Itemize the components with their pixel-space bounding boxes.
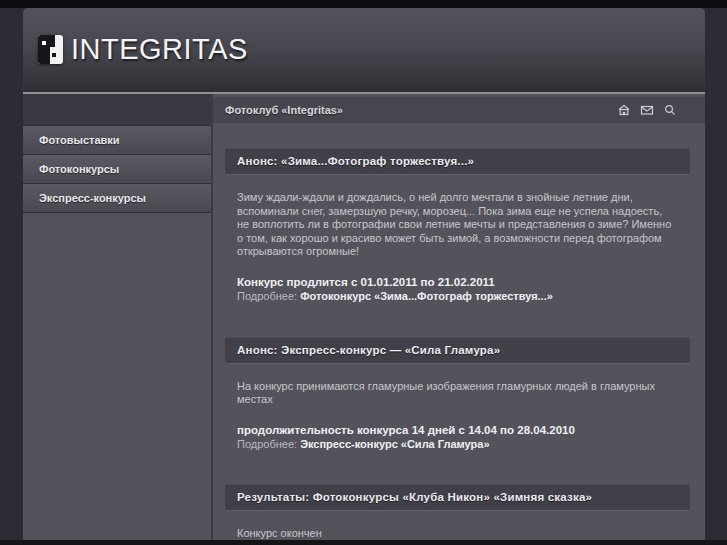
more-line-glamour: Подробнее: Экспресс-конкурс «Сила Гламур… (237, 437, 675, 451)
more-link-winter[interactable]: Фотоконкурс «Зима...Фотограф торжествуя.… (300, 290, 553, 302)
logo-text: INTEGRITAS (71, 33, 248, 66)
more-link-glamour[interactable]: Экспресс-конкурс «Сила Гламура» (300, 438, 489, 450)
more-line-winter: Подробнее: Фотоконкурс «Зима...Фотограф … (237, 289, 675, 303)
section-body-announce-glamour: На конкурс принимаются гламурные изображ… (237, 380, 675, 407)
sidebar-item-photo-exhibitions[interactable]: Фотовыставки (23, 125, 211, 154)
logo[interactable]: INTEGRITAS (38, 33, 248, 66)
section-body-results-nikon: Конкурс окончен (237, 527, 675, 541)
more-label: Подробнее: (237, 438, 297, 450)
section-header-results-nikon: Результаты: Фотоконкурсы «Клуба Никон» «… (225, 484, 690, 510)
contest-dates-winter: Конкурс продлится с 01.01.2011 по 21.02.… (237, 275, 675, 289)
top-border-band (0, 0, 727, 8)
mail-icon[interactable] (640, 103, 654, 117)
site-header: INTEGRITAS (23, 8, 705, 92)
page-frame: INTEGRITAS Фотовыставки Фотоконкурсы Экс… (23, 8, 705, 545)
content-title: Фотоклуб «Integritas» (225, 104, 617, 116)
section-header-announce-winter: Анонс: «Зима...Фотограф торжествуя...» (225, 148, 690, 174)
logo-icon (38, 35, 63, 64)
sidebar-menu: Фотовыставки Фотоконкурсы Экспресс-конку… (23, 94, 211, 213)
content-topbar: Фотоклуб «Integritas» (213, 97, 705, 123)
search-icon[interactable] (663, 103, 677, 117)
page-body: Фотовыставки Фотоконкурсы Экспресс-конку… (23, 94, 705, 545)
topbar-icons (617, 103, 677, 117)
bottom-border-band (0, 540, 727, 545)
sidebar-item-express-contests[interactable]: Экспресс-конкурсы (23, 183, 211, 213)
contest-dates-glamour: продолжительность конкурса 14 дней с 14.… (237, 423, 675, 437)
more-label: Подробнее: (237, 290, 297, 302)
section-body-announce-winter: Зиму ждали-ждали и дождались, о ней долг… (237, 191, 675, 259)
section-header-announce-glamour: Анонс: Экспресс-конкурс — «Сила Гламура» (225, 337, 690, 363)
home-icon[interactable] (617, 103, 631, 117)
sidebar-item-photo-contests[interactable]: Фотоконкурсы (23, 154, 211, 183)
main-content: Фотоклуб «Integritas» (213, 94, 705, 545)
